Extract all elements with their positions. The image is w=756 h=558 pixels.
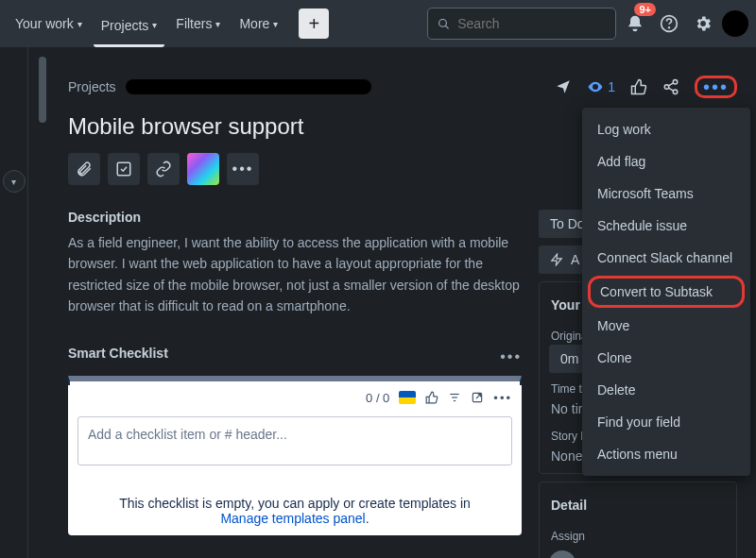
manage-templates-link[interactable]: Manage templates panel [220, 511, 365, 526]
share-icon [662, 78, 679, 95]
app-button[interactable] [187, 153, 219, 185]
assignee-value[interactable] [549, 550, 727, 558]
dd-add-flag[interactable]: Add flag [582, 145, 750, 178]
notification-badge: 9+ [634, 3, 656, 16]
feedback-icon[interactable] [555, 78, 572, 95]
watchers-button[interactable]: 1 [587, 78, 615, 95]
quick-action-label: A [571, 252, 579, 267]
checklist-filter-button[interactable] [448, 391, 461, 404]
search-box[interactable] [427, 8, 616, 40]
assignee-label: Assign [551, 530, 727, 543]
flag-icon [399, 391, 416, 404]
sidebar-expand-button[interactable]: ▾ [3, 170, 26, 193]
dd-microsoft-teams[interactable]: Microsoft Teams [582, 178, 750, 210]
filter-icon [448, 391, 461, 404]
dd-delete[interactable]: Delete [582, 374, 750, 406]
content-more-button[interactable]: ••• [227, 153, 259, 185]
svg-rect-9 [117, 162, 130, 176]
breadcrumb: Projects [68, 79, 371, 94]
notifications-button[interactable]: 9+ [620, 8, 650, 39]
avatar[interactable] [722, 10, 748, 37]
create-button[interactable]: + [299, 8, 329, 39]
question-icon [660, 14, 679, 33]
nav-filters[interactable]: Filters▾ [168, 10, 228, 37]
subtask-icon [115, 161, 132, 178]
nav-your-work[interactable]: Your work▾ [8, 10, 90, 37]
thumbs-up-icon [425, 391, 438, 404]
details-heading: Detail [549, 490, 727, 520]
status-label: To Do [550, 216, 585, 231]
chevron-down-icon: ▾ [273, 19, 278, 29]
details-panel: Detail Assign [539, 482, 737, 558]
redacted-path [126, 79, 371, 94]
attach-button[interactable] [68, 153, 100, 185]
more-actions-button[interactable]: ••• [695, 76, 737, 98]
nav-more[interactable]: More▾ [232, 10, 285, 37]
bolt-icon [550, 253, 563, 266]
vote-button[interactable] [630, 78, 647, 95]
settings-button[interactable] [688, 8, 718, 39]
chevron-down-icon: ▾ [215, 19, 220, 29]
top-nav: Your work▾ Projects▾ Filters▾ More▾ + 9+ [0, 0, 756, 47]
description-text[interactable]: As a field engineer, I want the ability … [68, 232, 522, 317]
gear-icon [694, 14, 713, 33]
dd-move[interactable]: Move [582, 310, 750, 342]
checklist-menu-button[interactable]: ••• [500, 348, 522, 365]
actions-dropdown: Log work Add flag Microsoft Teams Schedu… [582, 108, 750, 476]
checklist-like-button[interactable] [425, 391, 438, 404]
checklist-empty-message: This checklist is empty, you can apply o… [68, 471, 522, 535]
chevron-down-icon: ▾ [152, 20, 157, 30]
dd-schedule-issue[interactable]: Schedule issue [582, 210, 750, 242]
person-icon [549, 550, 576, 558]
dd-connect-slack[interactable]: Connect Slack channel [582, 242, 750, 274]
scroll-track[interactable] [28, 47, 57, 558]
svg-point-3 [669, 27, 670, 28]
checklist-title: Smart Checklist [68, 346, 168, 361]
thumbs-up-icon [630, 78, 647, 95]
nav-projects[interactable]: Projects▾ [94, 12, 165, 47]
chevron-down-icon: ▾ [11, 177, 16, 187]
svg-line-1 [445, 25, 448, 28]
search-icon [438, 17, 450, 31]
checklist-expand-button[interactable] [471, 391, 484, 404]
dd-convert-subtask[interactable]: Convert to Subtask [588, 276, 745, 308]
help-button[interactable] [654, 8, 684, 39]
svg-point-0 [439, 19, 447, 26]
svg-marker-14 [552, 254, 562, 265]
link-icon [155, 161, 172, 178]
subtask-button[interactable] [108, 153, 140, 185]
dd-clone[interactable]: Clone [582, 342, 750, 374]
attachment-icon [76, 161, 93, 178]
breadcrumb-label[interactable]: Projects [68, 79, 116, 94]
dd-log-work[interactable]: Log work [582, 113, 750, 145]
dd-actions-menu[interactable]: Actions menu [582, 438, 750, 470]
svg-point-4 [673, 80, 678, 85]
share-button[interactable] [662, 78, 679, 95]
svg-line-8 [668, 88, 673, 91]
sidebar-rail: ▾ [0, 47, 28, 558]
checklist-more-button[interactable]: ••• [493, 391, 512, 405]
chevron-down-icon: ▾ [77, 19, 82, 29]
scrollbar-thumb[interactable] [39, 57, 46, 123]
svg-point-6 [673, 90, 678, 94]
description-label: Description [68, 210, 522, 225]
search-input[interactable] [457, 16, 606, 31]
eye-icon [587, 78, 604, 95]
watch-count: 1 [608, 79, 615, 94]
link-button[interactable] [147, 153, 180, 185]
svg-line-7 [668, 83, 673, 86]
checklist-progress: 0 / 0 [366, 391, 389, 405]
checklist-input[interactable]: Add a checklist item or # header... [77, 416, 512, 465]
bell-icon [626, 14, 644, 33]
open-icon [471, 391, 484, 404]
svg-point-5 [664, 85, 669, 90]
dd-find-field[interactable]: Find your field [582, 406, 750, 438]
checklist-panel: 0 / 0 ••• Add a checklist item or # head… [68, 376, 522, 535]
